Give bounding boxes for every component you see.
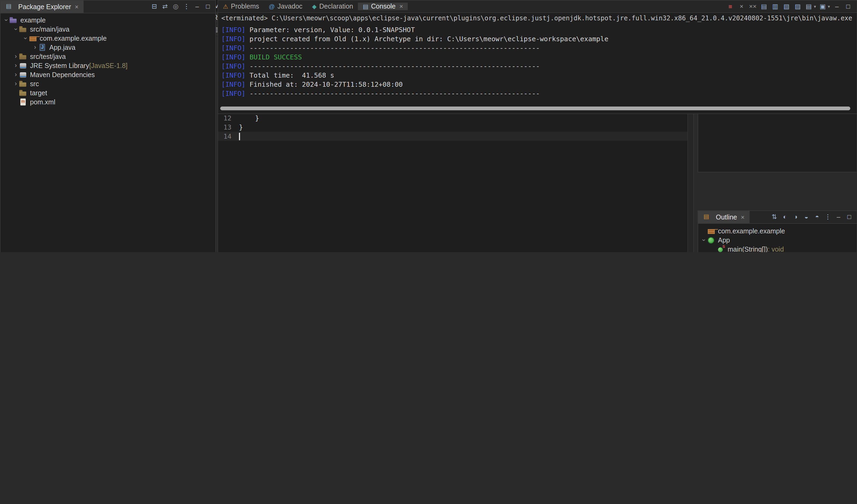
- expander-icon[interactable]: ›: [12, 62, 19, 70]
- tree-label: pom.xml: [30, 98, 55, 106]
- focus-icon[interactable]: ◎: [171, 2, 180, 11]
- open-console-icon-dropdown[interactable]: ▾: [828, 4, 830, 9]
- console-segment: [INFO]: [221, 44, 246, 52]
- minimize-icon[interactable]: –: [193, 2, 201, 11]
- view-menu-icon[interactable]: ⋮: [182, 2, 191, 11]
- minimize-icon[interactable]: –: [833, 2, 841, 11]
- display-selected-console-icon[interactable]: ▤▾: [805, 2, 816, 11]
- tree-item-main-string[interactable]: main(String[]) : void: [698, 245, 857, 252]
- sort-icon[interactable]: ⇅: [770, 213, 778, 221]
- link-with-editor-icon[interactable]: ⇄: [161, 2, 169, 11]
- expander-icon[interactable]: ›: [12, 52, 19, 60]
- tab-problems[interactable]: ⚠Problems: [218, 3, 264, 10]
- word-wrap-icon[interactable]: ▧: [782, 2, 791, 11]
- code-text: }: [239, 123, 243, 132]
- remove-all-launches-icon[interactable]: ××: [749, 2, 757, 11]
- tree-item-src-test-java[interactable]: ›src/test/java: [1, 52, 215, 61]
- hide-fields-icon[interactable]: ◐: [780, 213, 789, 221]
- package-explorer-header: Package Explorer × ⊟⇄◎⋮–□: [1, 1, 215, 13]
- tree-item-pom-xml[interactable]: pom.xml: [1, 98, 215, 106]
- console-line: [INFO] ---------------------------------…: [221, 44, 857, 52]
- bottom-view-tabbar: ⚠Problems@Javadoc◆Declaration▤Console× ■…: [218, 1, 857, 13]
- code-text: }: [239, 114, 259, 123]
- console-line: [INFO] Total time: 41.568 s: [221, 71, 857, 80]
- line-number: 12: [218, 114, 233, 123]
- code-line[interactable]: 14: [218, 132, 687, 141]
- maximize-icon[interactable]: □: [204, 2, 212, 11]
- tree-item-com-example-example[interactable]: ›com.example.example: [1, 34, 215, 43]
- class-icon: [707, 236, 715, 244]
- console-line: [INFO] Parameter: version, Value: 0.0.1-…: [221, 25, 857, 34]
- expander-icon[interactable]: ›: [700, 237, 708, 244]
- hide-non-public-icon[interactable]: ◒: [802, 213, 811, 221]
- expander-icon[interactable]: ›: [12, 80, 19, 88]
- source-folder-icon: [19, 53, 27, 60]
- minimize-icon[interactable]: –: [834, 213, 843, 221]
- folder-icon: [19, 80, 27, 88]
- expander-icon[interactable]: ›: [12, 71, 19, 79]
- outline-tree: com.example.example›Appmain(String[]) : …: [698, 224, 857, 252]
- fold-column: [233, 123, 239, 132]
- package-explorer-panel: Package Explorer × ⊟⇄◎⋮–□ ›example›src/m…: [0, 0, 216, 252]
- maximize-icon[interactable]: □: [844, 2, 853, 11]
- console-line: [INFO] Finished at: 2024-10-27T11:58:12+…: [221, 80, 857, 89]
- xml-file-icon: [19, 98, 27, 106]
- scroll-lock-icon[interactable]: ▥: [771, 2, 779, 11]
- code-segment: }: [239, 114, 259, 122]
- console-segment: [INFO]: [221, 35, 246, 43]
- tree-label: Maven Dependencies: [30, 71, 95, 79]
- tree-item-maven-dependencies[interactable]: ›Maven Dependencies: [1, 70, 215, 79]
- package-explorer-toolbar: ⊟⇄◎⋮–□: [150, 2, 215, 11]
- tab-declaration[interactable]: ◆Declaration: [307, 3, 358, 10]
- clear-console-icon[interactable]: ▤: [760, 2, 768, 11]
- close-view-icon[interactable]: ×: [400, 3, 403, 10]
- tab-outline[interactable]: Outline ×: [698, 211, 749, 223]
- expander-icon[interactable]: ›: [21, 35, 30, 42]
- tree-item-app[interactable]: ›App: [698, 236, 857, 245]
- display-selected-console-icon-dropdown[interactable]: ▾: [814, 4, 816, 9]
- tree-item-target[interactable]: target: [1, 88, 215, 98]
- tree-label: src/test/java: [30, 53, 66, 60]
- javadoc-icon: @: [269, 3, 274, 10]
- tab-label: Declaration: [319, 3, 353, 10]
- code-line[interactable]: 13}: [218, 123, 687, 132]
- console-icon: ▤: [363, 3, 368, 10]
- console-line: [INFO] ---------------------------------…: [221, 62, 857, 71]
- tree-item-src[interactable]: ›src: [1, 79, 215, 88]
- hide-static-icon[interactable]: ◑: [791, 213, 800, 221]
- open-console-icon[interactable]: ▣▾: [819, 2, 830, 11]
- hide-local-types-icon[interactable]: ◓: [813, 213, 821, 221]
- console-segment: [246, 53, 249, 61]
- fold-column: [233, 114, 239, 123]
- maximize-icon[interactable]: □: [845, 213, 854, 221]
- tree-label: com.example.example: [718, 227, 785, 235]
- expander-icon[interactable]: ›: [12, 26, 20, 33]
- terminate-icon[interactable]: ■: [726, 2, 735, 11]
- remove-launch-icon[interactable]: ×: [737, 2, 746, 11]
- line-number: 14: [218, 132, 233, 141]
- fold-column: [233, 132, 239, 141]
- tree-item-app-java[interactable]: ›App.java: [1, 43, 215, 52]
- tree-item-com-example-example[interactable]: com.example.example: [698, 226, 857, 236]
- tree-item-jre-system-library[interactable]: ›JRE System Library [JavaSE-1.8]: [1, 61, 215, 70]
- problems-icon: ⚠: [223, 3, 228, 10]
- console-output[interactable]: [INFO] Parameter: version, Value: 0.0.1-…: [218, 23, 857, 98]
- console-segment: Finished at: 2024-10-27T11:58:12+08:00: [246, 80, 403, 88]
- collapse-all-icon[interactable]: ⊟: [150, 2, 158, 11]
- tab-javadoc[interactable]: @Javadoc: [264, 3, 307, 10]
- tree-item-example[interactable]: ›example: [1, 16, 215, 24]
- expander-icon[interactable]: ›: [2, 17, 10, 23]
- tree-item-src-main-java[interactable]: ›src/main/java: [1, 24, 215, 34]
- code-line[interactable]: 12 }: [218, 114, 687, 123]
- java-project-icon: [10, 16, 18, 24]
- console-segment: ----------------------------------------…: [246, 89, 540, 98]
- tab-console[interactable]: ▤Console×: [358, 3, 408, 10]
- close-view-icon[interactable]: ×: [741, 213, 744, 221]
- horizontal-scrollbar[interactable]: [220, 106, 850, 110]
- pin-console-icon[interactable]: ▨: [793, 2, 802, 11]
- close-view-icon[interactable]: ×: [75, 3, 79, 11]
- view-menu-icon[interactable]: ⋮: [824, 213, 832, 221]
- outline-icon: [703, 213, 711, 221]
- expander-icon[interactable]: ›: [32, 44, 38, 51]
- tab-package-explorer[interactable]: Package Explorer ×: [1, 1, 83, 13]
